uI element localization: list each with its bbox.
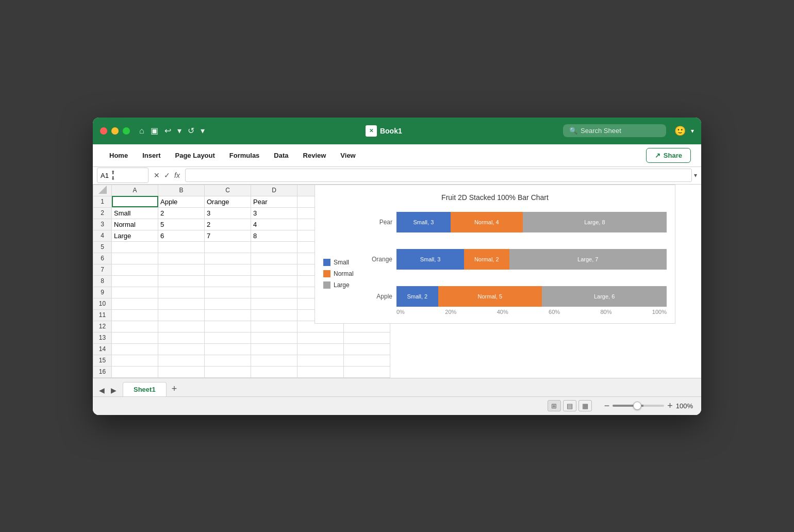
cell-3-1[interactable]: Normal	[112, 219, 158, 230]
cell-5-4[interactable]	[251, 241, 297, 253]
cell-1-4[interactable]: Pear	[251, 196, 297, 207]
tab-next-button[interactable]: ▶	[109, 384, 119, 396]
col-header-d[interactable]: D	[251, 185, 297, 196]
cell-11-1[interactable]	[112, 309, 158, 321]
cell-4-3[interactable]: 7	[205, 230, 251, 241]
ribbon-review[interactable]: Review	[297, 148, 333, 162]
cell-6-3[interactable]	[205, 253, 251, 264]
zoom-in-button[interactable]: +	[667, 401, 673, 410]
cell-14-2[interactable]	[158, 343, 205, 355]
redo-icon[interactable]: ↺	[188, 126, 194, 136]
cell-15-1[interactable]	[112, 355, 158, 366]
cell-15-6[interactable]	[344, 355, 390, 366]
cell-16-4[interactable]	[251, 366, 297, 377]
cell-7-2[interactable]	[158, 264, 205, 275]
cell-2-1[interactable]: Small	[112, 207, 158, 219]
cell-16-3[interactable]	[205, 366, 251, 377]
cell-7-4[interactable]	[251, 264, 297, 275]
cell-3-4[interactable]: 4	[251, 219, 297, 230]
zoom-out-button[interactable]: −	[604, 401, 610, 410]
maximize-button[interactable]	[123, 127, 130, 135]
cell-6-2[interactable]	[158, 253, 205, 264]
cell-5-2[interactable]	[158, 241, 205, 253]
cell-6-1[interactable]	[112, 253, 158, 264]
undo-dropdown-icon[interactable]: ▾	[177, 126, 181, 136]
cell-14-6[interactable]	[344, 343, 390, 355]
cancel-formula-icon[interactable]: ✕	[154, 171, 160, 179]
ribbon-page-layout[interactable]: Page Layout	[169, 148, 221, 162]
cell-5-3[interactable]	[205, 241, 251, 253]
cell-9-4[interactable]	[251, 287, 297, 298]
tab-prev-button[interactable]: ◀	[97, 384, 107, 396]
cell-16-6[interactable]	[344, 366, 390, 377]
cell-10-2[interactable]	[158, 298, 205, 309]
confirm-formula-icon[interactable]: ✓	[164, 171, 170, 179]
cell-13-4[interactable]	[251, 332, 297, 343]
cell-8-1[interactable]	[112, 275, 158, 287]
tab-sheet1[interactable]: Sheet1	[123, 382, 167, 396]
ribbon-home[interactable]: Home	[103, 148, 134, 162]
cell-16-1[interactable]	[112, 366, 158, 377]
col-header-c[interactable]: C	[205, 185, 251, 196]
cell-13-2[interactable]	[158, 332, 205, 343]
cell-3-2[interactable]: 5	[158, 219, 205, 230]
cell-7-3[interactable]	[205, 264, 251, 275]
page-layout-view-button[interactable]: ▤	[563, 400, 576, 411]
cell-9-1[interactable]	[112, 287, 158, 298]
cell-4-1[interactable]: Large	[112, 230, 158, 241]
ribbon-view[interactable]: View	[334, 148, 361, 162]
cell-15-3[interactable]	[205, 355, 251, 366]
share-button[interactable]: ↗ Share	[646, 148, 691, 163]
cell-5-1[interactable]	[112, 241, 158, 253]
cell-13-6[interactable]	[344, 332, 390, 343]
cell-13-1[interactable]	[112, 332, 158, 343]
col-header-b[interactable]: B	[158, 185, 205, 196]
cell-12-1[interactable]	[112, 321, 158, 332]
cell-11-4[interactable]	[251, 309, 297, 321]
cell-12-2[interactable]	[158, 321, 205, 332]
cell-14-4[interactable]	[251, 343, 297, 355]
cell-13-3[interactable]	[205, 332, 251, 343]
page-break-view-button[interactable]: ▦	[578, 400, 592, 411]
cell-3-3[interactable]: 2	[205, 219, 251, 230]
cell-8-4[interactable]	[251, 275, 297, 287]
cell-2-4[interactable]: 3	[251, 207, 297, 219]
cell-2-3[interactable]: 3	[205, 207, 251, 219]
cell-10-3[interactable]	[205, 298, 251, 309]
cell-4-2[interactable]: 6	[158, 230, 205, 241]
cell-8-3[interactable]	[205, 275, 251, 287]
cell-11-2[interactable]	[158, 309, 205, 321]
cell-1-3[interactable]: Orange	[205, 196, 251, 207]
cell-14-3[interactable]	[205, 343, 251, 355]
cell-reference-box[interactable]: A1 ⬆⬇	[97, 168, 148, 183]
close-button[interactable]	[100, 127, 107, 135]
more-icon[interactable]: ▾	[201, 126, 205, 136]
formula-bar-dropdown[interactable]: ▾	[694, 172, 697, 179]
cell-15-5[interactable]	[297, 355, 344, 366]
ribbon-insert[interactable]: Insert	[136, 148, 167, 162]
cell-4-4[interactable]: 8	[251, 230, 297, 241]
search-bar[interactable]: 🔍 Search Sheet	[563, 124, 666, 137]
cell-7-1[interactable]	[112, 264, 158, 275]
cell-13-5[interactable]	[297, 332, 344, 343]
undo-icon[interactable]: ↩	[164, 126, 171, 136]
cell-8-2[interactable]	[158, 275, 205, 287]
account-dropdown-icon[interactable]: ▾	[691, 127, 694, 135]
ribbon-formulas[interactable]: Formulas	[223, 148, 266, 162]
cell-14-1[interactable]	[112, 343, 158, 355]
zoom-slider[interactable]	[613, 405, 664, 407]
col-header-a[interactable]: A	[112, 185, 158, 196]
cell-10-1[interactable]	[112, 298, 158, 309]
cell-14-5[interactable]	[297, 343, 344, 355]
cell-16-5[interactable]	[297, 366, 344, 377]
cell-16-2[interactable]	[158, 366, 205, 377]
cell-1-1[interactable]	[112, 196, 158, 207]
cell-11-3[interactable]	[205, 309, 251, 321]
cell-6-4[interactable]	[251, 253, 297, 264]
formula-input[interactable]	[185, 169, 692, 182]
cell-15-4[interactable]	[251, 355, 297, 366]
cell-1-2[interactable]: Apple	[158, 196, 205, 207]
cell-9-3[interactable]	[205, 287, 251, 298]
cell-12-4[interactable]	[251, 321, 297, 332]
cell-12-3[interactable]	[205, 321, 251, 332]
